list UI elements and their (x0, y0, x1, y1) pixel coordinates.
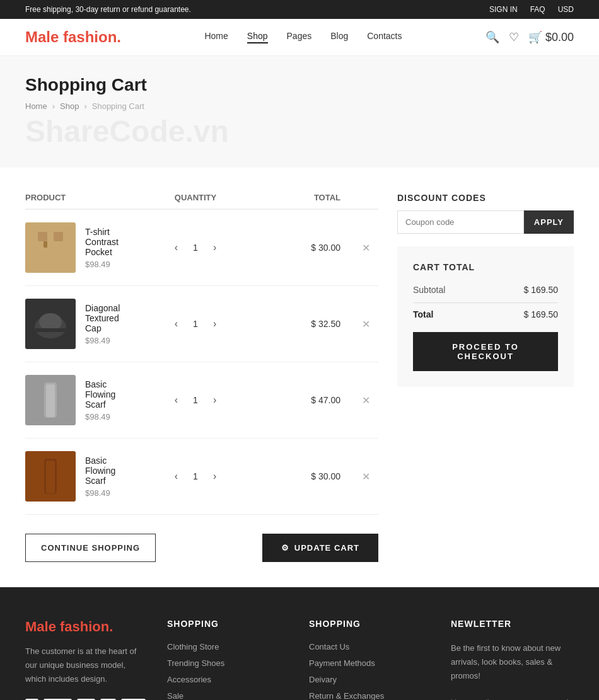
product-thumbnail-2 (25, 299, 76, 349)
cart-icon[interactable]: 🛒 $0.00 (528, 30, 574, 44)
footer-link-returns[interactable]: Return & Exchanges (309, 691, 384, 700)
qty-control-1: ‹ 1 › (132, 241, 259, 255)
qty-increment-2[interactable]: › (209, 317, 220, 331)
table-row: Basic Flowing Scarf $98.49 ‹ 1 › $ 47.00… (25, 362, 378, 439)
qty-value-1: 1 (189, 243, 202, 253)
remove-item-2[interactable]: ✕ (353, 318, 378, 330)
cart-total-box: CART TOTAL Subtotal $ 169.50 Total $ 169… (397, 246, 574, 387)
nav-contacts[interactable]: Contacts (367, 31, 402, 43)
footer-link-accessories[interactable]: Accessories (167, 675, 211, 684)
footer-newsletter-col: NEWLETTER Be the first to know about new… (451, 619, 574, 700)
coupon-input[interactable] (397, 210, 524, 234)
signin-link[interactable]: SIGN IN (489, 5, 518, 14)
col-remove-header (353, 193, 378, 202)
subtotal-value: $ 169.50 (524, 285, 559, 295)
newsletter-form: ➤ (451, 692, 574, 700)
qty-decrement-2[interactable]: ‹ (171, 317, 182, 331)
list-item: Clothing Store (167, 641, 290, 651)
product-price-2: $98.49 (85, 336, 132, 345)
svg-rect-8 (46, 384, 55, 417)
svg-rect-2 (54, 232, 63, 241)
product-price-3: $98.49 (85, 412, 132, 422)
product-thumbnail-3 (25, 375, 76, 425)
list-item: Contact Us (309, 641, 432, 651)
breadcrumb-home[interactable]: Home (25, 101, 47, 111)
discount-section: DISCOUNT CODES APPLY (397, 193, 574, 234)
col-qty-header: QUANTITY (132, 193, 259, 202)
list-item: Return & Exchanges (309, 691, 432, 700)
qty-decrement-3[interactable]: ‹ (171, 393, 182, 407)
breadcrumb-shop[interactable]: Shop (60, 101, 79, 111)
search-icon[interactable]: 🔍 (486, 30, 499, 44)
usd-selector[interactable]: USD (558, 5, 574, 14)
svg-rect-3 (44, 241, 47, 248)
list-item: Trending Shoes (167, 658, 290, 668)
footer-link-sale[interactable]: Sale (167, 691, 183, 700)
main-nav: Home Shop Pages Blog Contacts (204, 31, 402, 43)
product-thumbnail-4 (25, 451, 76, 502)
continue-shopping-button[interactable]: CONTINUE SHOPPING (25, 534, 156, 562)
svg-rect-1 (38, 232, 47, 241)
nav-blog[interactable]: Blog (330, 31, 348, 43)
product-name-4: Basic Flowing Scarf (85, 456, 132, 486)
cart-header: PRODUCT QUANTITY TOTAL (25, 193, 378, 210)
footer-link-shoes[interactable]: Trending Shoes (167, 658, 224, 668)
qty-decrement-1[interactable]: ‹ (171, 241, 182, 255)
update-cart-label: UPDATE CART (294, 543, 359, 553)
faq-link[interactable]: FAQ (530, 5, 545, 14)
product-name-3: Basic Flowing Scarf (85, 379, 132, 410)
footer-top: Male fashion. The customer is at the hea… (25, 619, 574, 700)
svg-rect-6 (35, 328, 66, 332)
qty-increment-1[interactable]: › (209, 241, 220, 255)
update-cart-button[interactable]: ⚙ UPDATE CART (262, 534, 378, 562)
product-image-2 (25, 299, 76, 349)
footer-shopping-heading2: SHOPPING (309, 619, 432, 629)
col-product-header: PRODUCT (25, 193, 132, 202)
product-details-4: Basic Flowing Scarf $98.49 (85, 456, 132, 498)
product-price-1: $98.49 (85, 260, 132, 269)
subtotal-label: Subtotal (413, 285, 445, 295)
checkout-button[interactable]: PROCEED TO CHECKOUT (413, 332, 558, 371)
nav-shop[interactable]: Shop (247, 31, 268, 43)
total-row: Total $ 169.50 (413, 302, 558, 319)
footer-link-contact[interactable]: Contact Us (309, 642, 349, 651)
logo-text: Male fashion (25, 28, 117, 45)
cart-total-title: CART TOTAL (413, 262, 558, 272)
footer-link-clothing[interactable]: Clothing Store (167, 642, 219, 651)
remove-item-4[interactable]: ✕ (353, 471, 378, 483)
nav-pages[interactable]: Pages (287, 31, 312, 43)
list-item: Deivary (309, 674, 432, 684)
product-image-1 (25, 222, 76, 273)
total-label: Total (413, 309, 433, 319)
product-info-1: T-shirt Contrast Pocket $98.49 (25, 222, 132, 273)
product-price-4: $98.49 (85, 488, 132, 498)
total-value: $ 169.50 (524, 309, 559, 319)
footer-link-delivery[interactable]: Deivary (309, 675, 337, 684)
nav-home[interactable]: Home (204, 31, 228, 43)
newsletter-submit-button[interactable]: ➤ (566, 692, 574, 700)
svg-point-5 (39, 313, 62, 331)
apply-coupon-button[interactable]: APPLY (524, 210, 574, 234)
remove-item-1[interactable]: ✕ (353, 242, 378, 254)
qty-control-4: ‹ 1 › (132, 469, 259, 483)
product-image-4 (25, 451, 76, 502)
qty-decrement-4[interactable]: ‹ (171, 469, 182, 483)
wishlist-icon[interactable]: ♡ (509, 30, 519, 44)
item-total-3: $ 47.00 (259, 395, 353, 405)
footer-shopping-heading1: SHOPPING (167, 619, 290, 629)
cart-section: PRODUCT QUANTITY TOTAL T-shirt Contrast … (25, 193, 378, 562)
qty-increment-4[interactable]: › (209, 469, 220, 483)
cart-sidebar: DISCOUNT CODES APPLY CART TOTAL Subtotal… (397, 193, 574, 387)
page-title-section: Shopping Cart Home › Shop › Shopping Car… (0, 56, 599, 168)
newsletter-email-input[interactable] (451, 692, 566, 700)
product-info-4: Basic Flowing Scarf $98.49 (25, 451, 132, 502)
list-item: Payment Methods (309, 658, 432, 668)
footer-logo-text: Male fashion (25, 619, 109, 634)
qty-increment-3[interactable]: › (209, 393, 220, 407)
footer-link-payment[interactable]: Payment Methods (309, 658, 375, 668)
footer-description: The customer is at the heart of our uniq… (25, 645, 148, 686)
product-info-2: Diagonal Textured Cap $98.49 (25, 299, 132, 349)
watermark: ShareCode.vn (25, 114, 574, 149)
breadcrumb-sep2: › (84, 101, 86, 111)
remove-item-3[interactable]: ✕ (353, 394, 378, 406)
